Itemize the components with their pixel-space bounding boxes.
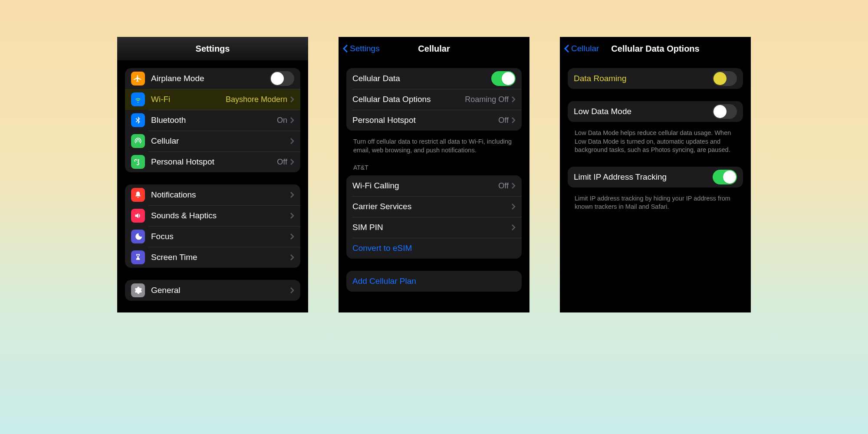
personal-hotspot-value: Off	[498, 116, 509, 125]
bluetooth-icon	[131, 113, 145, 127]
carrier-group: Wi-Fi Calling Off Carrier Services SIM P…	[346, 175, 522, 259]
cellular-row[interactable]: Cellular	[125, 131, 300, 151]
low-data-row[interactable]: Low Data Mode	[568, 101, 743, 122]
chevron-left-icon	[342, 44, 349, 53]
hotspot-value: Off	[277, 158, 287, 167]
airplane-label: Airplane Mode	[151, 74, 270, 83]
bluetooth-row[interactable]: Bluetooth On	[125, 110, 300, 131]
data-roaming-row[interactable]: Data Roaming	[568, 68, 743, 89]
page-title: Settings	[196, 44, 230, 54]
airplane-icon	[131, 72, 145, 85]
sounds-label: Sounds & Haptics	[151, 211, 290, 220]
general-row[interactable]: General	[125, 280, 300, 301]
back-button[interactable]: Cellular	[563, 37, 599, 60]
low-data-group: Low Data Mode	[568, 101, 743, 122]
low-data-label: Low Data Mode	[574, 107, 713, 116]
chevron-right-icon	[290, 287, 294, 294]
chevron-right-icon	[511, 224, 516, 231]
hourglass-icon	[131, 250, 145, 264]
chevron-right-icon	[511, 182, 516, 189]
speaker-icon	[131, 209, 145, 223]
notifications-label: Notifications	[151, 190, 290, 200]
notifications-group: Notifications Sounds & Haptics Focus	[125, 184, 300, 268]
cellular-screen: Settings Cellular Cellular Data Cellular…	[339, 37, 529, 312]
wifi-label: Wi-Fi	[151, 95, 226, 104]
hotspot-row[interactable]: Personal Hotspot Off	[125, 151, 300, 172]
bell-icon	[131, 188, 145, 202]
data-roaming-label: Data Roaming	[574, 74, 713, 83]
cellular-data-group: Cellular Data Cellular Data Options Roam…	[346, 68, 522, 131]
hotspot-icon	[131, 155, 145, 169]
roaming-group: Data Roaming	[568, 68, 743, 89]
moon-icon	[131, 230, 145, 243]
low-data-toggle[interactable]	[713, 104, 737, 119]
page-title: Cellular	[418, 44, 450, 54]
cellular-data-row[interactable]: Cellular Data	[346, 68, 522, 89]
add-plan-group: Add Cellular Plan	[346, 271, 522, 292]
focus-label: Focus	[151, 232, 290, 241]
carrier-services-label: Carrier Services	[352, 202, 511, 211]
chevron-left-icon	[563, 44, 570, 53]
data-roaming-toggle[interactable]	[713, 71, 737, 86]
limit-ip-toggle[interactable]	[713, 170, 737, 184]
convert-esim-label: Convert to eSIM	[352, 243, 516, 253]
settings-screen: Settings Airplane Mode Wi-Fi Bayshore Mo…	[117, 37, 308, 312]
screentime-row[interactable]: Screen Time	[125, 247, 300, 268]
wifi-value: Bayshore Modern	[226, 95, 287, 104]
wifi-icon	[131, 92, 145, 106]
navbar: Settings	[117, 37, 308, 60]
connectivity-group: Airplane Mode Wi-Fi Bayshore Modern Blue…	[125, 68, 300, 172]
add-plan-label: Add Cellular Plan	[352, 276, 516, 286]
navbar: Settings Cellular	[339, 37, 529, 60]
personal-hotspot-row[interactable]: Personal Hotspot Off	[346, 110, 522, 131]
wifi-row[interactable]: Wi-Fi Bayshore Modern	[125, 89, 300, 110]
sim-pin-row[interactable]: SIM PIN	[346, 217, 522, 238]
airplane-toggle[interactable]	[270, 71, 294, 86]
wifi-calling-row[interactable]: Wi-Fi Calling Off	[346, 175, 522, 196]
sim-pin-label: SIM PIN	[352, 223, 511, 232]
airplane-mode-row[interactable]: Airplane Mode	[125, 68, 300, 89]
carrier-header: AT&T	[346, 164, 522, 174]
personal-hotspot-label: Personal Hotspot	[352, 115, 498, 125]
chevron-right-icon	[290, 254, 294, 261]
cellular-options-row[interactable]: Cellular Data Options Roaming Off	[346, 89, 522, 110]
chevron-right-icon	[290, 158, 294, 165]
cellular-options-label: Cellular Data Options	[352, 95, 465, 104]
back-label: Cellular	[571, 44, 599, 53]
bluetooth-value: On	[277, 116, 287, 125]
low-data-footer: Low Data Mode helps reduce cellular data…	[568, 125, 743, 155]
convert-esim-row[interactable]: Convert to eSIM	[346, 238, 522, 259]
chevron-right-icon	[290, 117, 294, 124]
chevron-right-icon	[511, 203, 516, 210]
chevron-right-icon	[511, 117, 516, 124]
gear-icon	[131, 283, 145, 297]
focus-row[interactable]: Focus	[125, 226, 300, 247]
wifi-calling-value: Off	[498, 181, 509, 191]
back-button[interactable]: Settings	[342, 37, 380, 60]
wifi-calling-label: Wi-Fi Calling	[352, 181, 498, 191]
sounds-row[interactable]: Sounds & Haptics	[125, 205, 300, 226]
general-label: General	[151, 286, 290, 295]
chevron-right-icon	[290, 138, 294, 145]
hotspot-label: Personal Hotspot	[151, 157, 277, 167]
cellular-data-label: Cellular Data	[352, 74, 491, 83]
general-group: General	[125, 280, 300, 301]
back-label: Settings	[350, 44, 380, 53]
carrier-services-row[interactable]: Carrier Services	[346, 196, 522, 217]
cellular-data-toggle[interactable]	[491, 71, 516, 86]
cellular-label: Cellular	[151, 136, 290, 146]
chevron-right-icon	[290, 191, 294, 198]
cellular-footer: Turn off cellular data to restrict all d…	[346, 134, 522, 155]
limit-ip-row[interactable]: Limit IP Address Tracking	[568, 167, 743, 187]
chevron-right-icon	[290, 233, 294, 240]
cellular-options-screen: Cellular Cellular Data Options Data Roam…	[560, 37, 751, 312]
cellular-options-value: Roaming Off	[465, 95, 509, 104]
add-plan-row[interactable]: Add Cellular Plan	[346, 271, 522, 292]
limit-ip-group: Limit IP Address Tracking	[568, 167, 743, 187]
chevron-right-icon	[290, 212, 294, 219]
limit-ip-label: Limit IP Address Tracking	[574, 172, 713, 182]
navbar: Cellular Cellular Data Options	[560, 37, 751, 60]
cellular-icon	[131, 134, 145, 148]
notifications-row[interactable]: Notifications	[125, 184, 300, 205]
screentime-label: Screen Time	[151, 253, 290, 262]
